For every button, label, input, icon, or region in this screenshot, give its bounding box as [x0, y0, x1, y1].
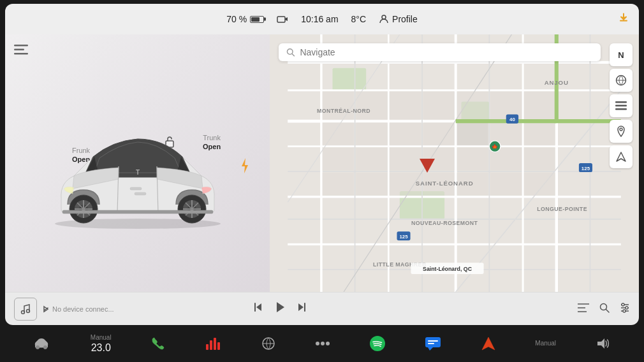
bluetooth-status: No device connec... [42, 304, 114, 314]
taskbar-temp-right[interactable]: Manual [535, 340, 556, 348]
search-bar[interactable] [279, 43, 601, 61]
profile-section[interactable]: Profile [379, 14, 418, 24]
svg-rect-3 [14, 45, 28, 47]
svg-rect-68 [323, 147, 354, 170]
svg-rect-28 [62, 210, 213, 214]
svg-rect-131 [214, 338, 216, 350]
svg-marker-108 [617, 152, 626, 161]
location-button[interactable] [610, 120, 633, 143]
svg-rect-140 [428, 340, 438, 342]
svg-point-2 [382, 15, 386, 19]
svg-point-128 [43, 345, 47, 349]
battery-icon [250, 16, 264, 23]
media-bar: No device connec... [5, 292, 639, 325]
play-button[interactable] [273, 300, 287, 318]
navigation-button[interactable] [610, 145, 633, 168]
svg-rect-65 [457, 122, 488, 145]
taskbar-phone[interactable] [151, 337, 165, 351]
svg-rect-130 [210, 340, 212, 350]
taskbar-volume[interactable] [596, 337, 611, 350]
search-media-button[interactable] [599, 303, 610, 315]
svg-rect-61 [323, 122, 354, 145]
svg-rect-64 [423, 122, 455, 145]
svg-rect-132 [217, 342, 220, 350]
content-area: Frunk Open Trunk Open [5, 34, 639, 292]
svg-line-101 [292, 54, 294, 55]
temperature-display: 8°C [351, 14, 367, 24]
svg-rect-74 [524, 147, 555, 170]
taskbar-more[interactable] [316, 341, 330, 346]
navigate-input[interactable] [300, 47, 593, 57]
battery-status: 70 % [226, 14, 264, 24]
manual-label-left: Manual [91, 334, 112, 341]
bluetooth-icon [42, 304, 50, 314]
left-panel: Frunk Open Trunk Open [5, 34, 270, 292]
menu-icon[interactable] [14, 43, 28, 58]
svg-rect-62 [356, 122, 387, 145]
svg-rect-80 [490, 173, 522, 196]
svg-marker-143 [597, 338, 604, 349]
svg-rect-55 [356, 92, 387, 120]
temp-text: 8°C [351, 14, 367, 24]
taskbar-navigate[interactable] [481, 337, 495, 351]
svg-rect-60 [524, 92, 555, 120]
taskbar-equalizer[interactable] [205, 337, 222, 351]
battery-percentage: 70 % [226, 14, 247, 24]
tuner-button[interactable] [620, 303, 630, 315]
charge-icon [240, 158, 249, 177]
svg-rect-56 [390, 92, 421, 120]
svg-point-135 [316, 342, 319, 345]
taskbar-connectivity[interactable] [261, 337, 275, 351]
prev-button[interactable] [252, 301, 264, 316]
svg-point-125 [626, 307, 628, 309]
temp-left-value: 23.0 [91, 342, 111, 354]
layers-button[interactable] [610, 94, 633, 117]
tesla-car-svg: T [36, 106, 240, 233]
north-button[interactable]: N [610, 43, 633, 66]
map-panel: 25 40 125 125 🍁 ANJOU MONTRÉAL-NORD SAIN… [270, 34, 639, 292]
taskbar-car[interactable] [33, 338, 50, 349]
svg-rect-104 [615, 101, 627, 103]
search-icon [286, 48, 295, 57]
svg-rect-75 [323, 173, 354, 196]
time-text: 10:16 am [301, 14, 338, 24]
svg-point-107 [620, 128, 622, 131]
svg-rect-30 [332, 68, 366, 90]
taskbar: Manual 23.0 [0, 325, 644, 362]
profile-icon [379, 14, 389, 24]
svg-rect-129 [206, 344, 209, 350]
svg-marker-142 [482, 337, 495, 350]
svg-rect-63 [390, 122, 421, 145]
svg-rect-76 [356, 173, 387, 196]
next-button[interactable] [296, 301, 307, 316]
taskbar-temp-left[interactable]: Manual 23.0 [91, 334, 112, 354]
svg-marker-7 [242, 158, 248, 173]
svg-point-126 [623, 310, 626, 312]
music-source-button[interactable] [14, 298, 37, 321]
svg-rect-106 [615, 108, 627, 110]
playlist-button[interactable] [578, 303, 589, 315]
svg-marker-114 [298, 303, 304, 311]
svg-text:T: T [135, 169, 139, 176]
svg-point-136 [321, 342, 325, 345]
svg-rect-4 [14, 49, 24, 51]
svg-rect-81 [524, 173, 555, 196]
svg-text:125: 125 [582, 166, 590, 171]
no-device-text: No device connec... [52, 305, 114, 313]
taskbar-spotify[interactable] [370, 336, 385, 351]
svg-rect-12 [135, 192, 146, 195]
map-background: 25 40 125 125 🍁 ANJOU MONTRÉAL-NORD SAIN… [270, 34, 639, 292]
taskbar-messages[interactable] [425, 337, 441, 351]
svg-rect-5 [14, 53, 28, 55]
svg-rect-58 [457, 92, 488, 120]
svg-text:125: 125 [399, 234, 408, 240]
svg-line-120 [606, 309, 610, 312]
svg-rect-72 [457, 147, 488, 170]
svg-text:MONTRÉAL-NORD: MONTRÉAL-NORD [317, 108, 370, 114]
svg-point-124 [622, 303, 624, 306]
svg-rect-70 [390, 147, 421, 170]
manual-label-right: Manual [535, 340, 556, 347]
profile-label: Profile [392, 14, 418, 24]
location-marker [420, 159, 435, 173]
globe-button[interactable] [610, 69, 633, 92]
